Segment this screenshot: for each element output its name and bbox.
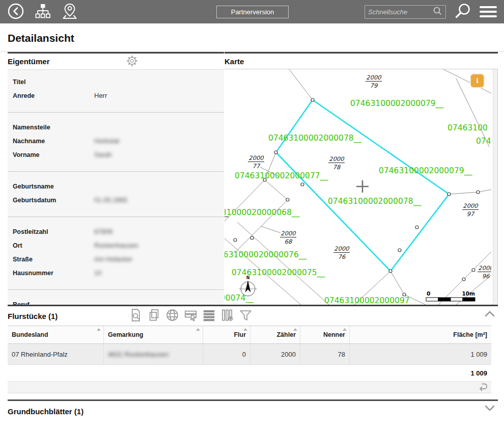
flur-fraction-label: 200078 — [328, 155, 345, 171]
field-value: 01.05.1965 — [94, 196, 127, 204]
flur-fraction-label: 200096 — [478, 264, 491, 280]
field-label: Geburtsdatum — [13, 197, 94, 204]
parcel-label: 4631000020000076__ — [225, 250, 307, 260]
menu-icon — [480, 6, 497, 8]
parcel-label: 07463100002000079__ — [350, 99, 443, 109]
field-label: Anrede — [13, 92, 94, 99]
field-value: 10 — [94, 269, 101, 277]
filter-icon — [239, 316, 253, 324]
back-button[interactable] — [7, 3, 24, 21]
field-label: Hausnummer — [13, 270, 94, 277]
landregister-expand-button[interactable] — [485, 405, 495, 413]
chevron-up-icon — [485, 311, 495, 318]
table-cell: 4631 Rockenhausen — [104, 344, 203, 364]
owner-field-row: Geburtsname — [8, 179, 224, 193]
menu-button[interactable] — [480, 6, 497, 17]
preview-document-button[interactable] — [128, 308, 143, 323]
column-label: Gemarkung — [108, 331, 143, 338]
column-header-z-hler[interactable]: Zähler — [250, 326, 300, 343]
field-label: Vorname — [13, 151, 94, 158]
svg-text:10m: 10m — [462, 290, 475, 297]
column-header-bundesland[interactable]: Bundesland — [8, 326, 104, 343]
owner-field-row: Geburtsdatum01.05.1965 — [8, 193, 224, 207]
undo-icon — [477, 382, 489, 393]
field-label: Beruf — [13, 301, 94, 305]
search-icon — [432, 6, 442, 18]
svg-text:96: 96 — [482, 273, 490, 280]
field-value: Sarah — [94, 151, 112, 158]
field-label: Titel — [13, 78, 94, 86]
partnerversion-button[interactable]: Partnerversion — [216, 6, 289, 18]
column-label: Nenner — [323, 331, 345, 338]
crosshair-icon — [356, 180, 369, 193]
parcels-collapse-button[interactable] — [485, 310, 495, 318]
map-info-button[interactable]: i — [470, 73, 485, 88]
svg-text:68: 68 — [285, 238, 293, 245]
quick-search-input[interactable] — [368, 8, 432, 16]
org-chart-icon — [34, 3, 52, 21]
owner-field-row: StraßeAm Hofacker — [8, 252, 224, 266]
owner-field-row: Hausnummer10 — [8, 266, 224, 280]
map-location-button[interactable] — [61, 3, 78, 21]
page-title: Detailansicht — [8, 32, 504, 44]
globe-button[interactable] — [165, 308, 180, 323]
table-cell: 0 — [203, 344, 250, 364]
owner-field-row: Namensteile — [8, 120, 224, 134]
parcel-label: 07463100002000079__ — [379, 166, 472, 176]
field-label: Nachname — [13, 138, 94, 145]
parcel-label: 07463100002000075__ — [232, 268, 325, 278]
filter-button[interactable] — [238, 308, 253, 323]
svg-text:77: 77 — [253, 163, 261, 170]
column-label: Flur — [234, 331, 246, 338]
table-cell: 1 009 — [350, 344, 491, 364]
area-sum: 1 009 — [8, 365, 491, 381]
table-cell: 2000 — [250, 344, 300, 364]
chevron-down-icon — [485, 406, 495, 413]
table-row[interactable]: 07 Rheinland-Pfalz4631 Rockenhausen02000… — [8, 344, 491, 365]
parcels-toolbar — [128, 308, 253, 323]
parcels-section-title: Flurstücke (1) — [8, 312, 58, 320]
parcels-table: BundeslandGemarkungFlurZählerNennerFläch… — [8, 326, 491, 365]
owner-panel-title: Eigentümer — [8, 57, 50, 66]
owner-field-row: Titel — [8, 75, 224, 89]
flur-fraction-label: 200079 — [366, 74, 382, 89]
select-rows-button[interactable] — [183, 308, 198, 323]
group-divider — [8, 171, 224, 172]
svg-text:2000: 2000 — [478, 264, 491, 272]
rows-icon — [202, 316, 216, 324]
svg-text:2000: 2000 — [329, 155, 345, 163]
table-footer-bar — [8, 381, 491, 393]
group-divider — [8, 217, 224, 217]
group-divider — [8, 112, 224, 113]
back-icon — [7, 3, 24, 21]
column-header-flur[interactable]: Flur — [203, 326, 250, 343]
map-canvas[interactable]: 07463100002000079__07463100002000078__07… — [225, 69, 491, 305]
quick-search-box — [365, 5, 446, 19]
column-header-fl-che-m-[interactable]: Fläche [m²] — [350, 326, 491, 343]
compass-icon: N — [239, 276, 257, 296]
map-scrollbar[interactable] — [493, 69, 498, 305]
parcels-section: Flurstücke (1) — [8, 305, 498, 393]
copy-icon — [147, 316, 161, 324]
column-header-gemarkung[interactable]: Gemarkung — [104, 326, 203, 343]
svg-text:2000: 2000 — [248, 154, 264, 162]
parcel-label: 07463100 — [447, 123, 488, 132]
copy-button[interactable] — [147, 308, 161, 323]
flur-fraction-label: 200097 — [462, 202, 479, 218]
column-label: Fläche [m²] — [453, 331, 487, 338]
svg-text:2000: 2000 — [334, 245, 350, 252]
column-settings-button[interactable] — [220, 308, 235, 323]
svg-text:79: 79 — [370, 82, 378, 89]
column-header-nenner[interactable]: Nenner — [300, 326, 350, 343]
svg-text:78: 78 — [333, 164, 341, 171]
column-settings-icon — [220, 316, 234, 324]
group-divider — [8, 289, 224, 290]
table-rows-button[interactable] — [202, 308, 216, 323]
svg-text:97: 97 — [467, 210, 475, 218]
hierarchy-button[interactable] — [34, 3, 52, 21]
map-pin-icon — [61, 3, 78, 21]
reset-button[interactable] — [477, 382, 489, 393]
advanced-search-button[interactable] — [454, 3, 471, 21]
owner-settings-button[interactable] — [126, 55, 138, 68]
cell-value: 2000 — [281, 351, 296, 358]
